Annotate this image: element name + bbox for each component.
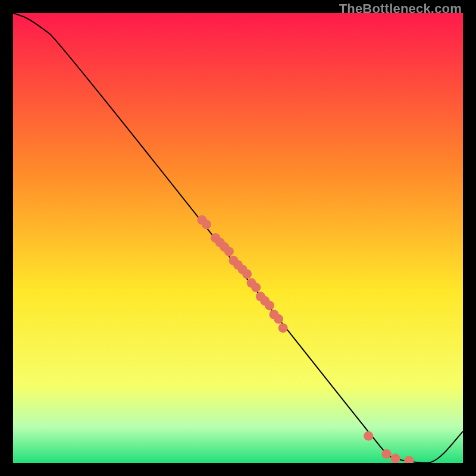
data-marker bbox=[265, 300, 274, 310]
data-marker bbox=[364, 431, 373, 441]
marker-group bbox=[198, 215, 414, 463]
data-marker bbox=[274, 314, 283, 324]
data-marker bbox=[278, 323, 288, 333]
bottleneck-curve bbox=[13, 13, 463, 463]
data-marker bbox=[202, 220, 211, 229]
data-marker bbox=[224, 247, 234, 256]
data-marker bbox=[391, 453, 400, 463]
chart-overlay bbox=[13, 13, 463, 463]
data-marker bbox=[404, 456, 414, 463]
data-marker bbox=[242, 269, 252, 278]
data-marker bbox=[251, 283, 261, 292]
data-marker bbox=[381, 449, 391, 459]
